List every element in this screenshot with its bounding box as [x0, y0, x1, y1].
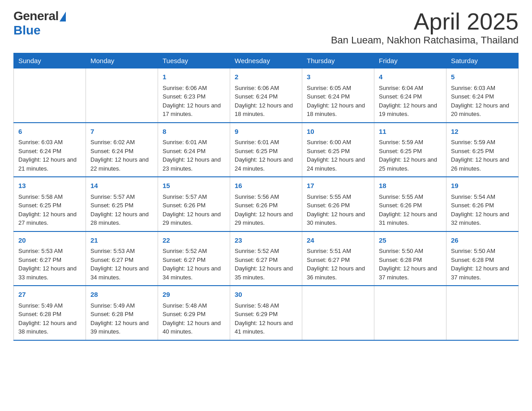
daylight-text: Daylight: 12 hours and 19 minutes.	[379, 101, 442, 119]
day-number: 17	[307, 181, 369, 191]
sunrise-text: Sunrise: 5:56 AM	[235, 193, 297, 201]
calendar-cell: 24Sunrise: 5:51 AMSunset: 6:27 PMDayligh…	[302, 231, 374, 286]
logo-general: General	[13, 9, 59, 23]
day-number: 29	[163, 290, 225, 300]
sunrise-text: Sunrise: 5:59 AM	[379, 138, 442, 147]
sunset-text: Sunset: 6:29 PM	[235, 310, 297, 319]
sunset-text: Sunset: 6:26 PM	[379, 201, 442, 210]
calendar-cell: 22Sunrise: 5:52 AMSunset: 6:27 PMDayligh…	[158, 231, 230, 286]
sunrise-text: Sunrise: 5:48 AM	[235, 301, 297, 310]
calendar-week-row: 1Sunrise: 6:06 AMSunset: 6:23 PMDaylight…	[14, 68, 519, 123]
logo-blue: Blue	[13, 23, 41, 38]
sunset-text: Sunset: 6:26 PM	[163, 201, 225, 210]
daylight-text: Daylight: 12 hours and 33 minutes.	[18, 264, 81, 282]
day-number: 26	[451, 235, 514, 246]
sunrise-text: Sunrise: 6:01 AM	[163, 138, 225, 147]
calendar-cell: 8Sunrise: 6:01 AMSunset: 6:24 PMDaylight…	[158, 123, 230, 177]
sunset-text: Sunset: 6:25 PM	[90, 201, 153, 210]
sunset-text: Sunset: 6:28 PM	[379, 256, 442, 265]
header-monday: Monday	[86, 53, 158, 68]
sunset-text: Sunset: 6:24 PM	[307, 92, 369, 101]
sunset-text: Sunset: 6:28 PM	[18, 310, 81, 319]
calendar-cell: 26Sunrise: 5:50 AMSunset: 6:28 PMDayligh…	[446, 231, 519, 286]
day-number: 21	[90, 235, 153, 246]
calendar-cell	[446, 286, 519, 340]
day-number: 2	[235, 72, 297, 82]
day-number: 30	[235, 290, 297, 300]
calendar-cell: 28Sunrise: 5:49 AMSunset: 6:28 PMDayligh…	[86, 286, 158, 340]
calendar-cell: 1Sunrise: 6:06 AMSunset: 6:23 PMDaylight…	[158, 68, 230, 123]
calendar-subtitle: Ban Lueam, Nakhon Ratchasima, Thailand	[331, 34, 519, 46]
calendar-cell: 10Sunrise: 6:00 AMSunset: 6:25 PMDayligh…	[302, 123, 374, 177]
day-number: 12	[451, 127, 514, 137]
sunrise-text: Sunrise: 5:59 AM	[451, 138, 514, 147]
logo-triangle-icon	[60, 12, 66, 21]
sunrise-text: Sunrise: 5:48 AM	[163, 301, 225, 310]
day-number: 1	[163, 72, 225, 82]
calendar-week-row: 6Sunrise: 6:03 AMSunset: 6:24 PMDaylight…	[14, 123, 519, 177]
calendar-cell: 18Sunrise: 5:55 AMSunset: 6:26 PMDayligh…	[374, 177, 446, 231]
calendar-cell	[86, 68, 158, 123]
sunset-text: Sunset: 6:29 PM	[163, 310, 225, 319]
sunset-text: Sunset: 6:27 PM	[235, 256, 297, 265]
logo: General Blue	[13, 9, 66, 38]
day-number: 3	[307, 72, 369, 82]
sunset-text: Sunset: 6:23 PM	[163, 92, 225, 101]
daylight-text: Daylight: 12 hours and 28 minutes.	[90, 210, 153, 227]
sunrise-text: Sunrise: 5:55 AM	[307, 193, 369, 201]
sunrise-text: Sunrise: 5:50 AM	[379, 247, 442, 256]
calendar-cell: 20Sunrise: 5:53 AMSunset: 6:27 PMDayligh…	[14, 231, 86, 286]
calendar-cell: 21Sunrise: 5:53 AMSunset: 6:27 PMDayligh…	[86, 231, 158, 286]
day-number: 13	[18, 181, 81, 191]
daylight-text: Daylight: 12 hours and 23 minutes.	[163, 155, 225, 173]
sunrise-text: Sunrise: 6:00 AM	[307, 138, 369, 147]
day-number: 24	[307, 235, 369, 246]
daylight-text: Daylight: 12 hours and 17 minutes.	[163, 101, 225, 119]
calendar-header-row: SundayMondayTuesdayWednesdayThursdayFrid…	[14, 53, 519, 68]
daylight-text: Daylight: 12 hours and 29 minutes.	[163, 210, 225, 227]
daylight-text: Daylight: 12 hours and 38 minutes.	[18, 319, 81, 336]
day-number: 20	[18, 235, 81, 246]
daylight-text: Daylight: 12 hours and 30 minutes.	[307, 210, 369, 227]
calendar-cell: 25Sunrise: 5:50 AMSunset: 6:28 PMDayligh…	[374, 231, 446, 286]
sunrise-text: Sunrise: 5:55 AM	[379, 193, 442, 201]
sunset-text: Sunset: 6:24 PM	[451, 92, 514, 101]
day-number: 16	[235, 181, 297, 191]
sunrise-text: Sunrise: 5:54 AM	[451, 193, 514, 201]
daylight-text: Daylight: 12 hours and 29 minutes.	[235, 210, 297, 227]
sunset-text: Sunset: 6:26 PM	[307, 201, 369, 210]
calendar-cell: 19Sunrise: 5:54 AMSunset: 6:26 PMDayligh…	[446, 177, 519, 231]
sunrise-text: Sunrise: 6:06 AM	[163, 84, 225, 93]
daylight-text: Daylight: 12 hours and 37 minutes.	[379, 264, 442, 282]
sunrise-text: Sunrise: 5:49 AM	[18, 301, 81, 310]
calendar-cell: 2Sunrise: 6:06 AMSunset: 6:24 PMDaylight…	[230, 68, 302, 123]
daylight-text: Daylight: 12 hours and 20 minutes.	[451, 101, 514, 119]
sunset-text: Sunset: 6:25 PM	[18, 201, 81, 210]
sunset-text: Sunset: 6:25 PM	[451, 147, 514, 156]
calendar-cell: 11Sunrise: 5:59 AMSunset: 6:25 PMDayligh…	[374, 123, 446, 177]
daylight-text: Daylight: 12 hours and 18 minutes.	[307, 101, 369, 119]
sunset-text: Sunset: 6:24 PM	[163, 147, 225, 156]
sunrise-text: Sunrise: 6:01 AM	[235, 138, 297, 147]
day-number: 28	[90, 290, 153, 300]
day-number: 22	[163, 235, 225, 246]
daylight-text: Daylight: 12 hours and 32 minutes.	[451, 210, 514, 227]
sunset-text: Sunset: 6:25 PM	[379, 147, 442, 156]
sunset-text: Sunset: 6:25 PM	[307, 147, 369, 156]
header-sunday: Sunday	[14, 53, 86, 68]
calendar-cell: 3Sunrise: 6:05 AMSunset: 6:24 PMDaylight…	[302, 68, 374, 123]
sunrise-text: Sunrise: 6:05 AM	[307, 84, 369, 93]
calendar-cell: 15Sunrise: 5:57 AMSunset: 6:26 PMDayligh…	[158, 177, 230, 231]
daylight-text: Daylight: 12 hours and 21 minutes.	[18, 155, 81, 173]
calendar-week-row: 27Sunrise: 5:49 AMSunset: 6:28 PMDayligh…	[14, 286, 519, 340]
sunset-text: Sunset: 6:27 PM	[307, 256, 369, 265]
day-number: 6	[18, 127, 81, 137]
daylight-text: Daylight: 12 hours and 26 minutes.	[451, 155, 514, 173]
calendar-cell: 5Sunrise: 6:03 AMSunset: 6:24 PMDaylight…	[446, 68, 519, 123]
sunrise-text: Sunrise: 6:03 AM	[451, 84, 514, 93]
calendar-cell: 23Sunrise: 5:52 AMSunset: 6:27 PMDayligh…	[230, 231, 302, 286]
sunrise-text: Sunrise: 5:51 AM	[307, 247, 369, 256]
day-number: 9	[235, 127, 297, 137]
calendar-cell: 30Sunrise: 5:48 AMSunset: 6:29 PMDayligh…	[230, 286, 302, 340]
daylight-text: Daylight: 12 hours and 36 minutes.	[307, 264, 369, 282]
